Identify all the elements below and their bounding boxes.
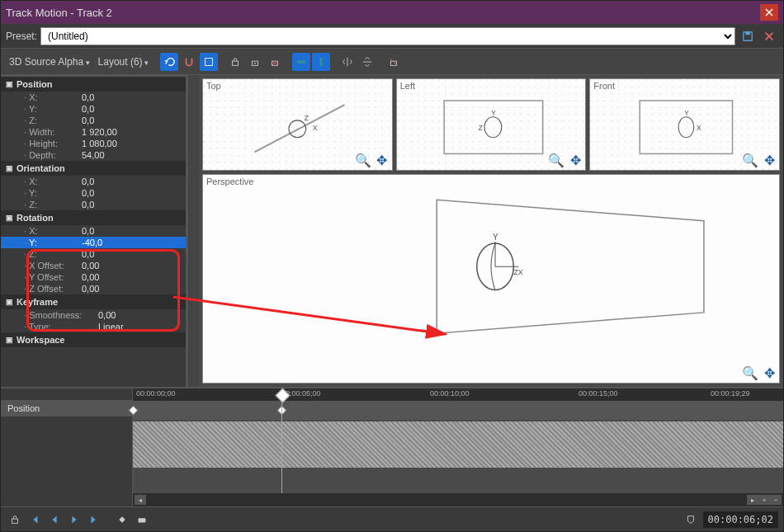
move-icon[interactable]: ✥ bbox=[373, 151, 391, 169]
prop-rotation-y[interactable]: Y:-40,0 bbox=[1, 237, 186, 248]
zoom-icon[interactable]: 🔍 bbox=[741, 151, 759, 169]
zoom-icon[interactable]: 🔍 bbox=[354, 151, 372, 169]
prop-rotation-x[interactable]: X:0,0 bbox=[1, 225, 186, 237]
prop-rotation-yoffset[interactable]: Y Offset:0,00 bbox=[1, 271, 186, 283]
move-icon[interactable]: ✥ bbox=[760, 364, 778, 382]
zoom-icon[interactable]: 🔍 bbox=[547, 151, 565, 169]
lock-aspect-button[interactable] bbox=[226, 53, 244, 71]
section-workspace[interactable]: Workspace bbox=[1, 332, 186, 347]
last-icon bbox=[88, 514, 100, 525]
delete-preset-button[interactable] bbox=[760, 27, 778, 45]
timeline-tracks[interactable] bbox=[133, 402, 783, 493]
x-snap-button[interactable] bbox=[292, 53, 310, 71]
flip-v-icon bbox=[361, 56, 373, 68]
scroll-left-button[interactable]: ◂ bbox=[135, 495, 146, 505]
move-icon[interactable]: ✥ bbox=[760, 151, 778, 169]
preset-select[interactable]: (Untitled) bbox=[40, 27, 735, 45]
timeline-tracklist: Position bbox=[1, 388, 133, 506]
delete-kf-button[interactable] bbox=[133, 511, 151, 529]
svg-rect-33 bbox=[12, 519, 18, 523]
layout-dropdown[interactable]: Layout (6) bbox=[95, 54, 153, 69]
timeline-scrollbar[interactable]: ◂ ▸ + − bbox=[133, 493, 783, 506]
flip-h-icon bbox=[342, 56, 353, 68]
svg-text:Z: Z bbox=[478, 124, 482, 132]
prop-rotation-z[interactable]: Z:0,0 bbox=[1, 248, 186, 260]
no-scale-icon bbox=[388, 56, 399, 68]
edit-object-button[interactable] bbox=[200, 53, 218, 71]
scale-about-center-button[interactable] bbox=[246, 53, 264, 71]
prop-width[interactable]: Width:1 920,00 bbox=[1, 126, 186, 138]
save-icon bbox=[742, 31, 753, 42]
playhead[interactable] bbox=[281, 402, 282, 493]
last-kf-button[interactable] bbox=[85, 511, 103, 529]
section-position[interactable]: Position bbox=[1, 77, 186, 92]
undo-icon bbox=[163, 56, 175, 68]
zoom-in-button[interactable]: + bbox=[758, 495, 770, 505]
svg-rect-7 bbox=[297, 60, 306, 64]
lock-icon bbox=[9, 514, 21, 525]
save-preset-button[interactable] bbox=[739, 27, 757, 45]
prop-smoothness[interactable]: Smoothness:0,00 bbox=[1, 309, 186, 321]
undo-button[interactable] bbox=[160, 53, 178, 71]
track-position[interactable]: Position bbox=[1, 400, 132, 417]
prevent-scaling-button[interactable] bbox=[385, 53, 403, 71]
svg-text:Y: Y bbox=[685, 109, 690, 117]
move-icon[interactable]: ✥ bbox=[566, 151, 584, 169]
viewport-perspective[interactable]: Perspective Y ZX 🔍✥ bbox=[202, 174, 780, 384]
timecode-display[interactable]: 00:00:06;02 bbox=[703, 511, 778, 528]
flip-h-button[interactable] bbox=[338, 53, 357, 71]
timeline-inactive-area bbox=[133, 421, 783, 468]
x-axis-icon bbox=[295, 56, 307, 68]
svg-rect-34 bbox=[119, 516, 125, 522]
timeline-footer: 00:00:06;02 bbox=[1, 506, 783, 531]
timecode-mode-button[interactable] bbox=[682, 511, 700, 529]
prop-rotation-xoffset[interactable]: X Offset:0,00 bbox=[1, 260, 186, 271]
section-rotation[interactable]: Rotation bbox=[1, 210, 186, 225]
diamond-icon bbox=[116, 514, 128, 525]
snap-button[interactable] bbox=[180, 53, 198, 71]
viewport-left[interactable]: Left Y Z 🔍✥ bbox=[396, 78, 587, 171]
flip-v-button[interactable] bbox=[358, 53, 376, 71]
viewport-front[interactable]: Front Y X 🔍✥ bbox=[589, 78, 780, 171]
track-motion-window: Track Motion - Track 2 Preset: (Untitled… bbox=[0, 0, 784, 532]
add-kf-button[interactable] bbox=[113, 511, 131, 529]
prev-kf-button[interactable] bbox=[45, 511, 64, 529]
svg-text:X: X bbox=[313, 124, 318, 132]
magnet-icon bbox=[183, 56, 195, 68]
prop-orientation-y[interactable]: Y:0,0 bbox=[1, 187, 186, 199]
viewport-area: Top Z X 🔍✥ Left bbox=[199, 75, 783, 387]
next-kf-button[interactable] bbox=[65, 511, 83, 529]
prop-rotation-zoffset[interactable]: Z Offset:0,00 bbox=[1, 283, 186, 294]
prop-depth[interactable]: Depth:54,00 bbox=[1, 149, 186, 161]
zoom-icon[interactable]: 🔍 bbox=[741, 364, 759, 382]
prop-position-x[interactable]: X:0,0 bbox=[1, 92, 186, 103]
timeline-canvas[interactable]: 00:00:00;00 00:00:05;00 00:00:10;00 00:0… bbox=[133, 388, 783, 506]
y-snap-button[interactable] bbox=[312, 53, 330, 71]
prop-orientation-x[interactable]: X:0,0 bbox=[1, 176, 186, 187]
prop-orientation-z[interactable]: Z:0,0 bbox=[1, 199, 186, 210]
zoom-out-button[interactable]: − bbox=[770, 495, 782, 505]
prop-position-z[interactable]: Z:0,0 bbox=[1, 115, 186, 126]
first-kf-button[interactable] bbox=[26, 511, 44, 529]
bounds-icon bbox=[203, 56, 215, 68]
svg-point-5 bbox=[254, 62, 256, 64]
lock-aspect-icon bbox=[229, 56, 241, 68]
close-button[interactable] bbox=[760, 4, 778, 21]
prop-type[interactable]: Type:Linear bbox=[1, 321, 186, 332]
prop-height[interactable]: Height:1 080,00 bbox=[1, 138, 186, 149]
compositing-mode-dropdown[interactable]: 3D Source Alpha bbox=[6, 54, 93, 69]
viewport-top[interactable]: Top Z X 🔍✥ bbox=[202, 78, 393, 171]
preset-row: Preset: (Untitled) bbox=[1, 24, 783, 49]
prop-position-y[interactable]: Y:0,0 bbox=[1, 103, 186, 115]
erase-icon bbox=[136, 514, 148, 525]
scroll-right-button[interactable]: ▸ bbox=[747, 495, 758, 505]
section-orientation[interactable]: Orientation bbox=[1, 161, 186, 176]
sync-cursor-button[interactable] bbox=[6, 511, 24, 529]
properties-scrollbar[interactable] bbox=[187, 75, 199, 387]
timeline-ruler[interactable]: 00:00:00;00 00:00:05;00 00:00:10;00 00:0… bbox=[133, 388, 783, 402]
prevent-movement-button[interactable] bbox=[266, 53, 284, 71]
toolbar: 3D Source Alpha Layout (6) bbox=[1, 49, 783, 75]
properties-list: Position X:0,0 Y:0,0 Z:0,0 Width:1 920,0… bbox=[1, 75, 186, 387]
svg-rect-3 bbox=[233, 61, 239, 65]
section-keyframe[interactable]: Keyframe bbox=[1, 294, 186, 309]
